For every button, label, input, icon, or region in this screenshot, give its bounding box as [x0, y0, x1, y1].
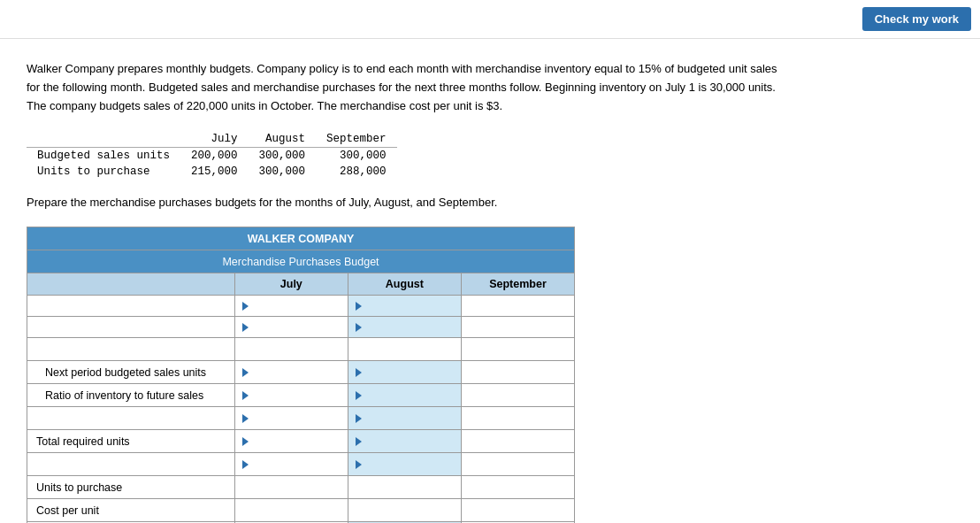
given-table-col1-header: July [180, 131, 249, 148]
budget-col-july-header: July [234, 273, 348, 296]
total-units-september-input[interactable] [469, 435, 567, 448]
cost-per-unit-august-input[interactable] [356, 504, 454, 517]
table-row: Cost per unit [27, 499, 575, 522]
given-table-col3-header: September [316, 131, 397, 148]
row1-label [27, 296, 235, 317]
units-to-purchase-label: Units to purchase [27, 476, 235, 499]
row2-july-cell[interactable] [234, 317, 348, 338]
ratio-september-input[interactable] [469, 389, 567, 402]
row1-july-input[interactable] [251, 300, 341, 312]
total-units-august-input[interactable] [364, 435, 454, 448]
tri-icon [242, 414, 249, 423]
budget-col-august-header: August [348, 273, 461, 296]
budget-subtitle: Merchandise Purchases Budget [27, 250, 575, 273]
row2-august-input[interactable] [364, 321, 454, 334]
tri-icon [356, 323, 362, 332]
next-period-september-input[interactable] [469, 366, 567, 379]
row-after-total-september-input[interactable] [469, 458, 567, 471]
ratio-label: Ratio of inventory to future sales [27, 384, 235, 407]
row-after-total-august[interactable] [348, 453, 461, 476]
tri-icon [242, 368, 249, 377]
tri-icon [242, 437, 249, 446]
row1-september-cell[interactable] [461, 296, 574, 317]
spacer-label [27, 338, 235, 361]
given-row1-august: 300,000 [249, 148, 317, 165]
units-to-purchase-july-input[interactable] [242, 481, 341, 494]
ratio-july-cell[interactable] [234, 384, 348, 407]
row2-august-cell[interactable] [348, 317, 461, 338]
total-units-august[interactable] [348, 430, 461, 453]
row2-label [27, 317, 235, 338]
row-after-ratio-august[interactable] [348, 407, 461, 430]
row-after-ratio-august-input[interactable] [364, 412, 454, 425]
cost-per-unit-july-input[interactable] [242, 504, 341, 517]
row2-july-input[interactable] [251, 321, 341, 334]
tri-icon [242, 302, 249, 311]
given-row2-label: Units to purchase [27, 164, 180, 180]
row-after-total-august-input[interactable] [364, 458, 454, 471]
next-period-august-input[interactable] [364, 366, 454, 379]
table-row: Units to purchase [27, 476, 575, 499]
table-row [27, 317, 575, 338]
units-to-purchase-september-input[interactable] [469, 481, 567, 494]
spacer-july [234, 338, 348, 361]
cost-per-unit-september-input[interactable] [469, 504, 567, 517]
cost-per-unit-september[interactable] [461, 499, 574, 522]
ratio-july-input[interactable] [251, 389, 341, 402]
table-row [27, 338, 575, 361]
next-period-july-input[interactable] [251, 366, 341, 379]
tri-icon [356, 460, 362, 469]
row-after-total-september[interactable] [461, 453, 574, 476]
check-my-work-button[interactable]: Check my work [862, 7, 971, 31]
next-period-july-cell[interactable] [234, 361, 348, 384]
next-period-september-cell[interactable] [461, 361, 574, 384]
table-row [27, 453, 575, 476]
given-row2-july: 215,000 [180, 164, 249, 180]
given-row1-september: 300,000 [316, 148, 397, 165]
cost-per-unit-july[interactable] [234, 499, 348, 522]
intro-paragraph: Walker Company prepares monthly budgets.… [27, 60, 787, 115]
given-row2-august: 300,000 [249, 164, 317, 180]
budget-table: WALKER COMPANY Merchandise Purchases Bud… [27, 227, 575, 523]
given-row1-label: Budgeted sales units [27, 148, 180, 165]
ratio-september-cell[interactable] [461, 384, 574, 407]
spacer-september [461, 338, 574, 361]
prepare-paragraph: Prepare the merchandise purchases budget… [27, 196, 953, 209]
row-after-ratio-september[interactable] [461, 407, 574, 430]
row1-september-input[interactable] [469, 300, 567, 312]
given-table-col0-header [27, 131, 180, 148]
row-after-total-july[interactable] [234, 453, 348, 476]
next-period-august-cell[interactable] [348, 361, 461, 384]
tri-icon [242, 323, 249, 332]
total-units-july-input[interactable] [251, 435, 341, 448]
units-to-purchase-august[interactable] [348, 476, 461, 499]
budget-col-label-header [27, 273, 235, 296]
ratio-august-input[interactable] [364, 389, 454, 402]
row-after-total-july-input[interactable] [251, 458, 341, 471]
budget-col-september-header: September [461, 273, 574, 296]
table-row: Next period budgeted sales units [27, 361, 575, 384]
next-period-label: Next period budgeted sales units [27, 361, 235, 384]
row-after-ratio-july[interactable] [234, 407, 348, 430]
units-to-purchase-august-input[interactable] [356, 481, 454, 494]
cost-per-unit-august[interactable] [348, 499, 461, 522]
units-to-purchase-september[interactable] [461, 476, 574, 499]
given-row2-september: 288,000 [316, 164, 397, 180]
tri-icon [356, 302, 362, 311]
total-units-september[interactable] [461, 430, 574, 453]
given-table-col2-header: August [249, 131, 317, 148]
row1-august-cell[interactable] [348, 296, 461, 317]
cost-per-unit-label: Cost per unit [27, 499, 235, 522]
budget-company-name: WALKER COMPANY [27, 227, 575, 250]
row2-september-input[interactable] [469, 321, 567, 334]
tri-icon [356, 437, 362, 446]
row1-july-cell[interactable] [234, 296, 348, 317]
units-to-purchase-july[interactable] [234, 476, 348, 499]
row1-august-input[interactable] [364, 300, 454, 312]
tri-icon [242, 460, 249, 469]
row-after-ratio-july-input[interactable] [251, 412, 341, 425]
row-after-ratio-september-input[interactable] [469, 412, 567, 425]
ratio-august-cell[interactable] [348, 384, 461, 407]
row2-september-cell[interactable] [461, 317, 574, 338]
total-units-july[interactable] [234, 430, 348, 453]
